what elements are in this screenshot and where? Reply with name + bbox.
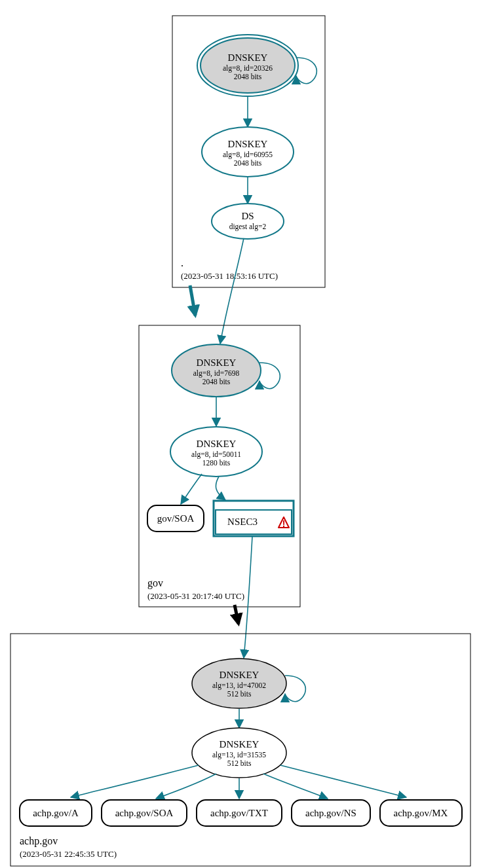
node-root-ds: DS digest alg=2 <box>212 204 284 239</box>
zone-achp-ts: (2023-05-31 22:45:35 UTC) <box>20 849 117 859</box>
svg-text:achp.gov/MX: achp.gov/MX <box>394 808 448 818</box>
svg-text:DNSKEY: DNSKEY <box>220 739 259 750</box>
svg-text:achp.gov/SOA: achp.gov/SOA <box>115 808 174 818</box>
node-root-zsk: DNSKEY alg=8, id=60955 2048 bits <box>202 127 294 177</box>
edge-zsk-to-ns <box>263 774 328 799</box>
svg-text:512 bits: 512 bits <box>227 759 252 767</box>
svg-text:1280 bits: 1280 bits <box>202 459 231 467</box>
edge-gov-zsk-to-nsec <box>216 477 225 500</box>
svg-text:2048 bits: 2048 bits <box>234 73 262 81</box>
svg-text:512 bits: 512 bits <box>227 690 252 698</box>
svg-text:DNSKEY: DNSKEY <box>197 357 237 368</box>
edge-gov-ksk-self <box>259 363 280 389</box>
svg-text:alg=8, id=20326: alg=8, id=20326 <box>223 64 273 73</box>
svg-text:alg=8, id=7698: alg=8, id=7698 <box>193 369 240 378</box>
edge-zsk-to-mx <box>280 765 406 797</box>
svg-text:DNSKEY: DNSKEY <box>228 139 268 149</box>
edge-zsk-to-a <box>71 765 199 797</box>
node-achp-mx: achp.gov/MX <box>380 800 462 826</box>
edge-root-ksk-self <box>296 58 316 84</box>
svg-text:!: ! <box>282 518 286 529</box>
svg-text:DNSKEY: DNSKEY <box>197 439 237 449</box>
node-gov-soa: gov/SOA <box>147 505 204 532</box>
node-gov-ksk: DNSKEY alg=8, id=7698 2048 bits <box>172 344 261 397</box>
node-gov-nsec3: NSEC3 ! <box>214 501 294 536</box>
edge-achp-ksk-self <box>285 676 305 702</box>
svg-text:gov/SOA: gov/SOA <box>157 513 195 524</box>
node-achp-txt: achp.gov/TXT <box>197 800 282 826</box>
svg-text:alg=13, id=31535: alg=13, id=31535 <box>212 751 266 759</box>
svg-text:digest alg=2: digest alg=2 <box>229 223 267 231</box>
svg-text:2048 bits: 2048 bits <box>202 378 231 386</box>
svg-text:NSEC3: NSEC3 <box>227 516 258 527</box>
edge-gov-zsk-to-soa <box>181 474 202 504</box>
svg-text:achp.gov/NS: achp.gov/NS <box>305 808 356 818</box>
svg-text:DNSKEY: DNSKEY <box>228 52 268 63</box>
node-gov-zsk: DNSKEY alg=8, id=50011 1280 bits <box>170 427 262 477</box>
svg-point-10 <box>212 204 284 239</box>
zone-root-ts: (2023-05-31 18:53:16 UTC) <box>181 271 278 281</box>
node-achp-zsk: DNSKEY alg=13, id=31535 512 bits <box>192 728 286 778</box>
svg-text:alg=8, id=50011: alg=8, id=50011 <box>191 450 241 459</box>
node-achp-ns: achp.gov/NS <box>292 800 370 826</box>
edge-nsec-to-achp-ksk <box>244 537 252 658</box>
svg-text:alg=8, id=60955: alg=8, id=60955 <box>223 151 273 159</box>
dnssec-diagram: . (2023-05-31 18:53:16 UTC) DNSKEY alg=8… <box>0 0 479 868</box>
node-achp-a: achp.gov/A <box>20 800 92 826</box>
svg-text:achp.gov/A: achp.gov/A <box>33 808 79 818</box>
node-achp-soa: achp.gov/SOA <box>102 800 187 826</box>
edge-gov-to-achp-black <box>235 605 239 624</box>
svg-text:DNSKEY: DNSKEY <box>220 670 259 680</box>
svg-text:DS: DS <box>241 211 254 221</box>
svg-text:2048 bits: 2048 bits <box>234 159 262 167</box>
svg-text:achp.gov/TXT: achp.gov/TXT <box>210 808 268 818</box>
zone-root-label: . <box>181 257 183 268</box>
node-achp-ksk: DNSKEY alg=13, id=47002 512 bits <box>192 659 286 708</box>
svg-text:alg=13, id=47002: alg=13, id=47002 <box>212 681 266 690</box>
zone-gov-label: gov <box>147 577 163 589</box>
edge-root-to-gov-thick <box>190 285 195 316</box>
zone-gov-ts: (2023-05-31 20:17:40 UTC) <box>147 591 244 601</box>
edge-zsk-to-soa <box>156 774 216 799</box>
zone-achp-label: achp.gov <box>20 835 58 847</box>
edge-ds-to-gov-ksk <box>220 238 244 344</box>
node-root-ksk: DNSKEY alg=8, id=20326 2048 bits <box>197 35 298 96</box>
